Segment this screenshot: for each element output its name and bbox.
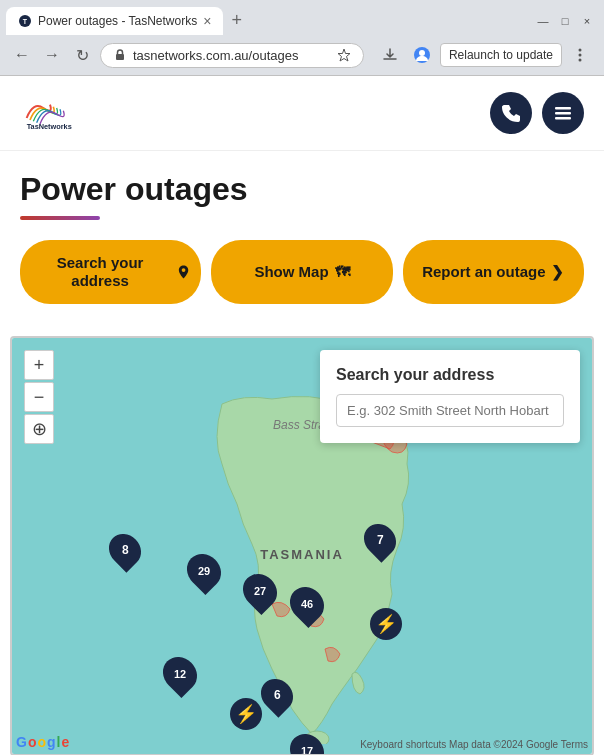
- map-background: Bass Strait TASMANIA +: [12, 338, 592, 754]
- hero-section: Power outages Search your address Show M…: [0, 151, 604, 336]
- arrow-icon: ❯: [551, 263, 564, 281]
- chrome-menu-btn[interactable]: [566, 41, 594, 69]
- window-controls: — □ ×: [536, 14, 598, 28]
- tab-close-btn[interactable]: ×: [203, 13, 211, 29]
- minimize-btn[interactable]: —: [536, 14, 550, 28]
- outage-marker-17[interactable]: 17: [291, 733, 323, 755]
- page-title: Power outages: [20, 171, 584, 208]
- tab-favicon: T: [18, 14, 32, 28]
- active-tab[interactable]: T Power outages - TasNetworks ×: [6, 7, 223, 35]
- svg-text:T: T: [23, 18, 28, 25]
- map-search-overlay: Search your address: [320, 350, 580, 443]
- map-search-title: Search your address: [336, 366, 564, 384]
- bolt-marker-2[interactable]: ⚡: [230, 698, 262, 730]
- phone-btn[interactable]: [490, 92, 532, 134]
- map-footer: Keyboard shortcuts Map data ©2024 Google…: [360, 739, 588, 750]
- svg-text:TasNetworks: TasNetworks: [27, 122, 72, 131]
- outage-marker-6[interactable]: 6: [262, 678, 292, 712]
- svg-point-8: [579, 59, 582, 62]
- svg-rect-12: [555, 117, 571, 120]
- outage-marker-7[interactable]: 7: [365, 523, 395, 557]
- google-watermark: G o o g l e: [16, 734, 69, 750]
- search-address-label: Search your address: [30, 254, 170, 290]
- svg-marker-3: [338, 49, 350, 61]
- locate-btn[interactable]: ⊕: [24, 414, 54, 444]
- svg-point-7: [579, 54, 582, 57]
- map-controls: + − ⊕: [24, 350, 54, 444]
- star-icon[interactable]: [337, 48, 351, 62]
- show-map-btn[interactable]: Show Map 🗺: [211, 240, 392, 304]
- outage-marker-29[interactable]: 29: [188, 553, 220, 589]
- svg-rect-10: [555, 107, 571, 110]
- download-btn[interactable]: [376, 41, 404, 69]
- page-content: TasNetworks Power outages: [0, 76, 604, 755]
- svg-rect-2: [116, 54, 124, 60]
- hamburger-menu-btn[interactable]: [542, 92, 584, 134]
- zoom-out-btn[interactable]: −: [24, 382, 54, 412]
- address-bar[interactable]: tasnetworks.com.au/outages: [100, 43, 364, 68]
- phone-icon: [501, 103, 521, 123]
- close-btn[interactable]: ×: [580, 14, 594, 28]
- address-bar-row: ← → ↻ tasnetworks.com.au/outages: [0, 35, 604, 75]
- tab-title: Power outages - TasNetworks: [38, 14, 197, 28]
- outage-marker-27[interactable]: 27: [244, 573, 276, 609]
- svg-rect-11: [555, 112, 571, 115]
- browser-chrome: T Power outages - TasNetworks × + — □ × …: [0, 0, 604, 76]
- location-pin-icon: [176, 264, 191, 280]
- hamburger-icon: [552, 102, 574, 124]
- map-icon: 🗺: [335, 263, 350, 281]
- action-buttons: Search your address Show Map 🗺 Report an…: [20, 240, 584, 304]
- logo-container: TasNetworks: [20, 88, 100, 138]
- search-address-btn[interactable]: Search your address: [20, 240, 201, 304]
- maximize-btn[interactable]: □: [558, 14, 572, 28]
- svg-point-5: [419, 50, 425, 56]
- profile-btn[interactable]: [408, 41, 436, 69]
- site-header: TasNetworks: [0, 76, 604, 151]
- header-action-icons: [490, 92, 584, 134]
- report-outage-btn[interactable]: Report an outage ❯: [403, 240, 584, 304]
- svg-point-6: [579, 49, 582, 52]
- back-btn[interactable]: ←: [10, 43, 34, 67]
- map-search-input[interactable]: [336, 394, 564, 427]
- url-display: tasnetworks.com.au/outages: [133, 48, 331, 63]
- outage-marker-8[interactable]: 8: [110, 533, 140, 567]
- toolbar-icons: Relaunch to update: [376, 41, 594, 69]
- relaunch-btn[interactable]: Relaunch to update: [440, 43, 562, 67]
- lock-icon: [113, 48, 127, 62]
- show-map-label: Show Map: [254, 263, 328, 281]
- map-container[interactable]: Bass Strait TASMANIA +: [10, 336, 594, 755]
- new-tab-btn[interactable]: +: [223, 6, 250, 35]
- report-outage-label: Report an outage: [422, 263, 545, 281]
- refresh-btn[interactable]: ↻: [70, 43, 94, 67]
- tab-bar: T Power outages - TasNetworks × + — □ ×: [0, 0, 604, 35]
- outage-marker-12[interactable]: 12: [164, 656, 196, 692]
- tasnetworks-logo: TasNetworks: [20, 88, 100, 138]
- zoom-in-btn[interactable]: +: [24, 350, 54, 380]
- forward-btn[interactable]: →: [40, 43, 64, 67]
- title-underline: [20, 216, 100, 220]
- bolt-marker-1[interactable]: ⚡: [370, 608, 402, 640]
- outage-marker-46[interactable]: 46: [291, 586, 323, 622]
